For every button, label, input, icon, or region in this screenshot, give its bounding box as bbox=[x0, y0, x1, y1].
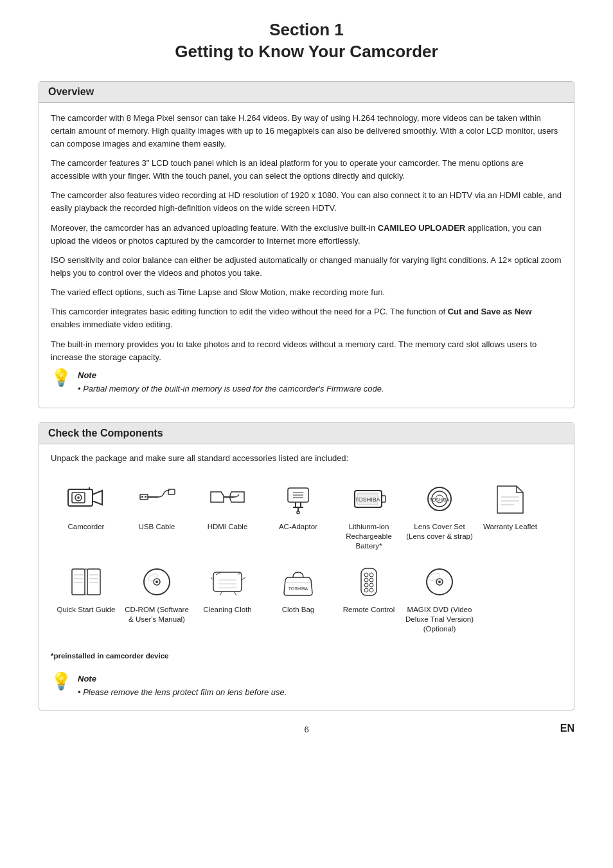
page-title: Section 1 Getting to Know Your Camcorder bbox=[39, 19, 574, 63]
cd-icon bbox=[135, 563, 179, 601]
ac-label: AC-Adaptor bbox=[279, 522, 317, 532]
component-cloth: Cleaning Cloth bbox=[192, 563, 263, 634]
svg-point-63 bbox=[369, 588, 373, 592]
bag-label: Cloth Bag bbox=[282, 605, 315, 615]
ac-icon bbox=[276, 480, 320, 518]
svg-point-62 bbox=[364, 588, 368, 592]
overview-title: Overview bbox=[39, 82, 574, 103]
overview-content: The camcorder with 8 Mega Pixel sensor c… bbox=[39, 103, 574, 408]
svg-rect-49 bbox=[213, 572, 242, 592]
bottom-note-label: Note bbox=[78, 674, 96, 683]
svg-point-47 bbox=[155, 581, 158, 583]
components-title: Check the Components bbox=[39, 423, 574, 444]
components-grid: Camcorder USB Cable bbox=[39, 473, 574, 652]
lang-label: EN bbox=[560, 723, 574, 734]
guide-label: Quick Start Guide bbox=[57, 605, 116, 615]
bottom-note-icon: 💡 bbox=[51, 673, 71, 689]
hdmi-icon bbox=[206, 480, 249, 518]
component-dvd: MAGIX DVD (Video Deluxe Trial Version) (… bbox=[404, 563, 475, 634]
overview-note: 💡 Note Partial memory of the built-in me… bbox=[51, 370, 562, 395]
camcorder-icon bbox=[64, 480, 108, 518]
svg-point-66 bbox=[438, 581, 441, 583]
dvd-icon bbox=[418, 563, 461, 601]
overview-p7: This camcorder integrates basic editing … bbox=[51, 305, 562, 331]
note-text-block: Note Partial memory of the built-in memo… bbox=[78, 370, 384, 395]
overview-p2: The camcorder features 3" LCD touch pane… bbox=[51, 157, 562, 183]
overview-section: Overview The camcorder with 8 Mega Pixel… bbox=[39, 81, 574, 409]
svg-point-57 bbox=[369, 573, 373, 577]
remote-label: Remote Control bbox=[343, 605, 395, 615]
battery-icon: TOSHIBA bbox=[347, 480, 391, 518]
usb-label: USB Cable bbox=[139, 522, 175, 532]
bottom-note-text: Note Please remove the lens protect film… bbox=[78, 674, 287, 699]
overview-p3: The camcorder also features video record… bbox=[51, 189, 562, 215]
lens-icon: TOSHIBA bbox=[418, 480, 461, 518]
remote-icon bbox=[347, 563, 391, 601]
component-camcorder: Camcorder bbox=[51, 480, 121, 551]
note-icon: 💡 bbox=[51, 369, 71, 386]
svg-text:TOSHIBA: TOSHIBA bbox=[289, 586, 308, 591]
page-number: 6 bbox=[304, 725, 308, 734]
component-cd: CD-ROM (Software & User's Manual) bbox=[121, 563, 192, 634]
overview-p8: The built-in memory provides you to take… bbox=[51, 338, 562, 364]
page-header: Section 1 Getting to Know Your Camcorder bbox=[39, 19, 574, 63]
component-warranty: Warranty Leaflet bbox=[475, 480, 546, 551]
components-section: Check the Components Unpack the package … bbox=[39, 422, 574, 710]
component-remote: Remote Control bbox=[333, 563, 404, 634]
battery-label: Lithiunm-ion Rechargeable Battery* bbox=[333, 522, 404, 551]
svg-rect-36 bbox=[87, 569, 100, 595]
preinstalled-note: *preinstalled in camcorder device bbox=[39, 652, 574, 665]
guide-icon bbox=[64, 563, 108, 601]
lens-label: Lens Cover Set (Lens cover & strap) bbox=[404, 522, 475, 541]
overview-p1: The camcorder with 8 Mega Pixel sensor c… bbox=[51, 112, 562, 150]
warranty-icon bbox=[488, 480, 532, 518]
component-hdmi: HDMI Cable bbox=[192, 480, 263, 551]
svg-rect-55 bbox=[361, 568, 377, 595]
dvd-label: MAGIX DVD (Video Deluxe Trial Version) (… bbox=[404, 605, 475, 634]
note-label: Note bbox=[78, 370, 96, 380]
svg-marker-11 bbox=[211, 492, 224, 502]
svg-point-19 bbox=[297, 511, 299, 514]
component-bag: TOSHIBA Cloth Bag bbox=[263, 563, 333, 634]
svg-rect-10 bbox=[145, 496, 147, 498]
overview-p6: The varied effect options, such as Time … bbox=[51, 286, 562, 299]
cd-label: CD-ROM (Software & User's Manual) bbox=[121, 605, 192, 624]
svg-point-59 bbox=[369, 578, 373, 582]
note-bullet: Partial memory of the built-in memory is… bbox=[78, 383, 384, 395]
overview-p4: Moreover, the camcorder has an advanced … bbox=[51, 222, 562, 248]
usb-icon bbox=[135, 480, 179, 518]
cloth-label: Cleaning Cloth bbox=[203, 605, 251, 615]
svg-text:TOSHIBA: TOSHIBA bbox=[430, 498, 450, 502]
component-usb: USB Cable bbox=[121, 480, 192, 551]
overview-p5: ISO sensitivity and color balance can ei… bbox=[51, 254, 562, 280]
bag-icon: TOSHIBA bbox=[276, 563, 320, 601]
svg-point-56 bbox=[364, 573, 368, 577]
hdmi-label: HDMI Cable bbox=[208, 522, 248, 532]
cloth-icon bbox=[206, 563, 249, 601]
svg-marker-2 bbox=[93, 491, 102, 505]
page-footer: 6 EN bbox=[39, 725, 574, 734]
warranty-label: Warranty Leaflet bbox=[483, 522, 537, 532]
component-battery: TOSHIBA Lithiunm-ion Rechargeable Batter… bbox=[333, 480, 404, 551]
svg-marker-31 bbox=[497, 486, 523, 513]
svg-point-58 bbox=[364, 578, 368, 582]
component-ac: AC-Adaptor bbox=[263, 480, 333, 551]
component-guide: Quick Start Guide bbox=[51, 563, 121, 634]
bottom-note: 💡 Note Please remove the lens protect fi… bbox=[39, 665, 574, 710]
camcorder-label: Camcorder bbox=[68, 522, 105, 532]
svg-rect-35 bbox=[72, 569, 85, 595]
svg-point-60 bbox=[364, 583, 368, 587]
bottom-note-bullet: Please remove the lens protect film on l… bbox=[78, 686, 287, 699]
svg-text:TOSHIBA: TOSHIBA bbox=[355, 496, 380, 503]
component-lens: TOSHIBA Lens Cover Set (Lens cover & str… bbox=[404, 480, 475, 551]
svg-rect-6 bbox=[140, 494, 148, 500]
components-intro: Unpack the package and make sure all sta… bbox=[39, 444, 574, 463]
svg-point-61 bbox=[369, 583, 373, 587]
svg-point-4 bbox=[77, 496, 80, 499]
svg-rect-9 bbox=[141, 496, 143, 498]
